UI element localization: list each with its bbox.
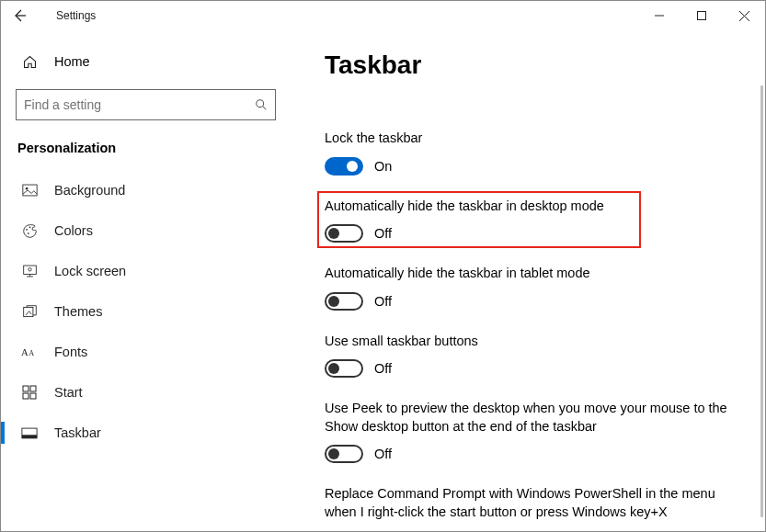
sidebar-item-background[interactable]: Background — [16, 170, 280, 210]
sidebar-item-label: Fonts — [54, 345, 87, 359]
svg-text:A: A — [29, 349, 34, 357]
setting-lock-taskbar: Lock the taskbar On — [325, 130, 737, 175]
home-nav[interactable]: Home — [16, 43, 280, 80]
svg-point-15 — [28, 268, 30, 271]
setting-label: Replace Command Prompt with Windows Powe… — [325, 485, 729, 521]
sidebar-item-lock-screen[interactable]: Lock screen — [16, 251, 280, 291]
svg-rect-2 — [698, 12, 706, 20]
section-title-personalization: Personalization — [16, 141, 280, 155]
svg-rect-21 — [23, 393, 29, 399]
toggle-state-text: Off — [374, 361, 392, 376]
home-icon — [21, 54, 38, 70]
toggle-state-text: Off — [374, 294, 392, 309]
sidebar-item-themes[interactable]: Themes — [16, 291, 280, 332]
sidebar-item-fonts[interactable]: AA Fonts — [16, 332, 280, 372]
home-label: Home — [54, 54, 90, 69]
setting-label: Use Peek to preview the desktop when you… — [325, 400, 729, 436]
sidebar-item-label: Lock screen — [54, 264, 126, 278]
setting-powershell: Replace Command Prompt with Windows Powe… — [325, 485, 737, 521]
sidebar-item-label: Colors — [54, 223, 93, 238]
setting-peek: Use Peek to preview the desktop when you… — [325, 400, 737, 463]
sidebar-item-label: Themes — [54, 304, 102, 319]
setting-label: Use small taskbar buttons — [325, 333, 729, 351]
setting-label: Lock the taskbar — [325, 130, 729, 148]
scrollbar[interactable] — [760, 85, 763, 517]
svg-point-9 — [26, 228, 28, 230]
settings-window: Settings Home Pe — [0, 0, 766, 532]
svg-point-5 — [257, 100, 264, 108]
svg-line-6 — [263, 107, 267, 110]
search-box[interactable] — [16, 89, 276, 120]
maximize-button[interactable] — [680, 1, 723, 30]
picture-icon — [21, 184, 38, 197]
setting-label: Automatically hide the taskbar in tablet… — [325, 265, 729, 283]
svg-point-8 — [25, 187, 28, 190]
page-title: Taskbar — [325, 51, 737, 80]
palette-icon — [21, 223, 38, 239]
svg-rect-7 — [22, 185, 36, 196]
sidebar-item-taskbar[interactable]: Taskbar — [16, 413, 280, 453]
svg-rect-19 — [23, 386, 29, 391]
toggle-small-buttons[interactable] — [325, 359, 363, 378]
fonts-icon: AA — [21, 345, 38, 358]
sidebar-item-start[interactable]: Start — [16, 372, 280, 413]
svg-point-11 — [29, 226, 30, 228]
sidebar: Home Personalization Background Colors — [1, 30, 295, 531]
toggle-state-text: Off — [374, 447, 392, 461]
titlebar: Settings — [1, 1, 765, 30]
sidebar-item-colors[interactable]: Colors — [16, 210, 280, 251]
window-title: Settings — [30, 9, 96, 22]
setting-autohide-desktop: Automatically hide the taskbar in deskto… — [325, 198, 737, 243]
sidebar-nav: Background Colors Lock screen Themes AA … — [16, 170, 280, 453]
toggle-lock-taskbar[interactable] — [325, 157, 363, 175]
svg-rect-22 — [30, 393, 36, 399]
setting-label: Automatically hide the taskbar in deskto… — [325, 198, 729, 216]
setting-autohide-tablet: Automatically hide the taskbar in tablet… — [325, 265, 737, 311]
minimize-button[interactable] — [638, 1, 680, 30]
close-button[interactable] — [723, 1, 765, 30]
sidebar-item-label: Start — [54, 385, 83, 400]
taskbar-icon — [21, 427, 38, 439]
content-area: Taskbar Lock the taskbar On Automaticall… — [295, 30, 765, 531]
search-icon — [255, 98, 268, 111]
sidebar-item-label: Taskbar — [54, 425, 101, 440]
themes-icon — [21, 304, 38, 320]
toggle-autohide-tablet[interactable] — [325, 292, 363, 311]
sidebar-item-label: Background — [54, 183, 125, 198]
svg-rect-12 — [23, 266, 36, 274]
lock-screen-icon — [21, 265, 38, 277]
svg-rect-20 — [30, 386, 36, 391]
setting-small-buttons: Use small taskbar buttons Off — [325, 333, 737, 379]
back-button[interactable] — [12, 8, 30, 23]
svg-rect-24 — [22, 435, 37, 438]
svg-point-10 — [27, 232, 29, 234]
toggle-state-text: Off — [374, 226, 392, 241]
search-input[interactable] — [24, 97, 255, 112]
toggle-autohide-desktop[interactable] — [325, 224, 363, 243]
toggle-peek[interactable] — [325, 445, 363, 463]
svg-text:A: A — [21, 347, 29, 357]
start-icon — [21, 385, 38, 400]
toggle-state-text: On — [374, 159, 392, 174]
